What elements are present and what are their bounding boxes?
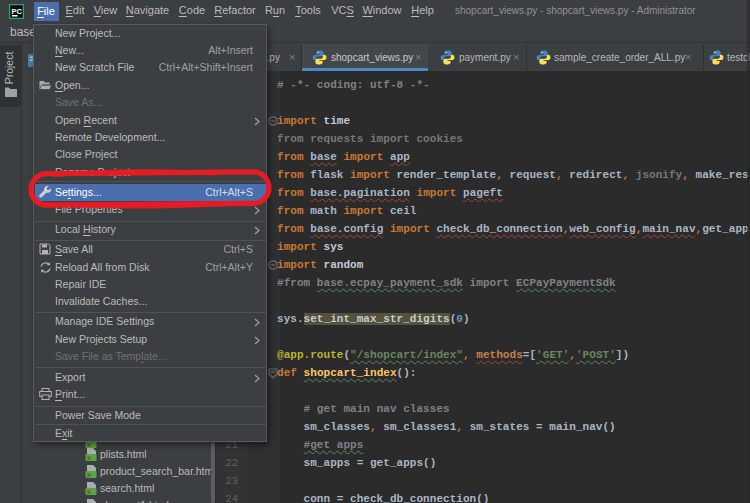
svg-text:H: H [87,455,90,461]
svg-text:H: H [87,472,90,478]
svg-text:H: H [87,489,90,495]
svg-text:PC: PC [11,7,22,16]
